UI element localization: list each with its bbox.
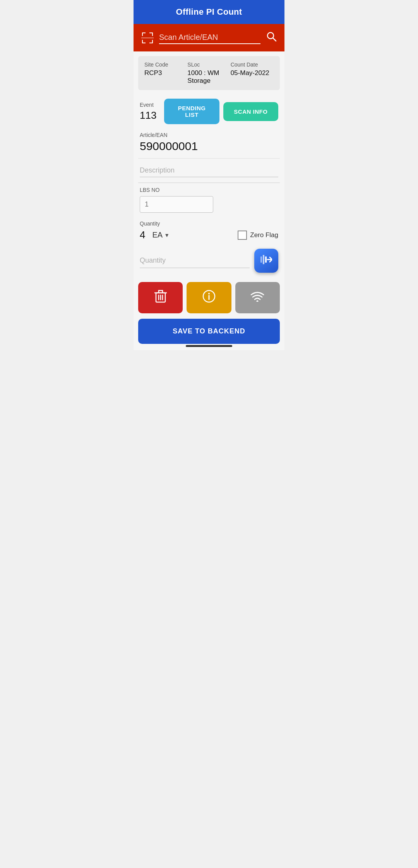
pending-list-button[interactable]: PENDING LIST xyxy=(164,99,219,124)
svg-rect-8 xyxy=(141,38,154,38)
site-code-col: Site Code RCP3 xyxy=(144,62,187,85)
svg-rect-5 xyxy=(142,43,146,43)
svg-line-10 xyxy=(273,38,276,41)
quantity-row: 4 EA ▼ Zero Flag xyxy=(140,229,278,241)
sloc-col: SLoc 1000 : WM Storage xyxy=(187,62,230,85)
info-button[interactable] xyxy=(187,282,231,313)
svg-rect-1 xyxy=(142,32,143,36)
event-label: Event xyxy=(140,102,156,108)
bottom-nav-bar xyxy=(186,345,232,347)
quantity-unit-selector[interactable]: EA ▼ xyxy=(149,229,173,241)
quantity-value: 4 xyxy=(140,229,145,241)
info-card: Site Code RCP3 SLoc 1000 : WM Storage Co… xyxy=(138,56,280,90)
svg-point-25 xyxy=(257,301,259,302)
count-date-label: Count Date xyxy=(231,62,274,68)
quantity-section: Quantity 4 EA ▼ Zero Flag xyxy=(138,217,280,245)
sloc-value: 1000 : WM Storage xyxy=(187,69,230,85)
event-group: Event 113 xyxy=(140,102,156,121)
quantity-unit-label: EA xyxy=(152,231,163,239)
svg-rect-7 xyxy=(149,43,153,43)
count-date-value: 05-May-2022 xyxy=(231,69,274,77)
quantity-input-row xyxy=(138,245,280,277)
scan-input[interactable] xyxy=(159,31,260,44)
description-input[interactable] xyxy=(140,164,278,177)
quantity-text-input[interactable] xyxy=(140,253,250,268)
count-date-col: Count Date 05-May-2022 xyxy=(231,62,274,85)
svg-rect-13 xyxy=(265,256,267,263)
quantity-label: Quantity xyxy=(140,220,278,227)
event-row: Event 113 PENDING LIST SCAN INFO xyxy=(138,95,280,128)
article-section: Article/EAN 590000001 xyxy=(138,128,280,159)
delete-button[interactable] xyxy=(138,282,183,313)
forward-icon xyxy=(260,255,272,267)
svg-rect-11 xyxy=(260,256,262,263)
search-icon[interactable] xyxy=(266,31,277,44)
zero-flag-group: Zero Flag xyxy=(238,231,278,240)
lbs-section: LBS NO xyxy=(138,183,280,217)
event-value: 113 xyxy=(140,109,156,121)
action-buttons-row xyxy=(138,282,280,313)
scan-bar xyxy=(134,24,284,51)
site-code-label: Site Code xyxy=(144,62,187,68)
app-title: Offline PI Count xyxy=(176,7,242,17)
wifi-button[interactable] xyxy=(235,282,280,313)
save-to-backend-button[interactable]: SAVE TO BACKEND xyxy=(138,319,280,344)
svg-point-23 xyxy=(208,293,210,294)
zero-flag-label: Zero Flag xyxy=(250,231,278,239)
sloc-label: SLoc xyxy=(187,62,230,68)
lbs-label: LBS NO xyxy=(140,187,278,193)
lbs-input[interactable] xyxy=(140,196,213,213)
wifi-icon xyxy=(250,291,264,304)
forward-button[interactable] xyxy=(254,249,278,273)
article-label: Article/EAN xyxy=(140,132,278,138)
chevron-down-icon: ▼ xyxy=(164,232,170,238)
app-header: Offline PI Count xyxy=(134,0,284,24)
info-circle-icon xyxy=(202,290,216,306)
site-code-value: RCP3 xyxy=(144,69,187,77)
scan-frame-icon xyxy=(141,32,154,44)
zero-flag-checkbox[interactable] xyxy=(238,231,247,240)
svg-rect-3 xyxy=(152,32,153,36)
description-section xyxy=(138,159,280,183)
delete-icon xyxy=(154,290,167,306)
svg-rect-12 xyxy=(263,255,264,264)
scan-info-button[interactable]: SCAN INFO xyxy=(223,102,278,121)
article-value: 590000001 xyxy=(140,140,278,153)
